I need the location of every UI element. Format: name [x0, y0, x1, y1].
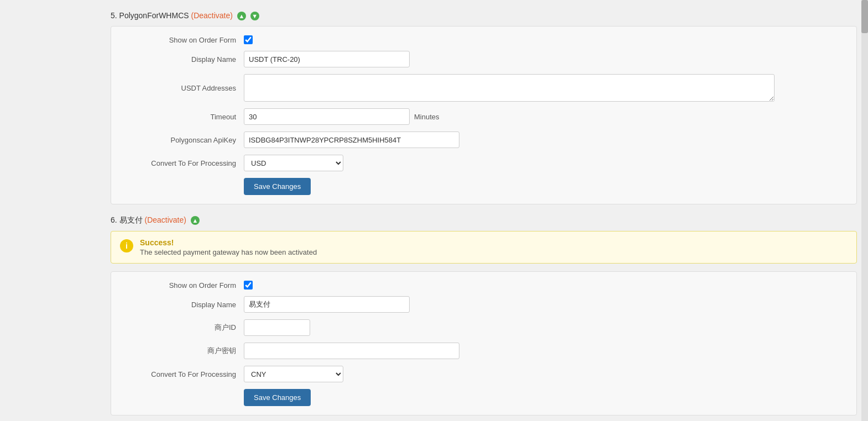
section6-merchant-key-row: 商户密钥	[122, 343, 845, 359]
scrollbar-track	[861, 0, 868, 421]
section5-timeout-unit: Minutes	[414, 113, 440, 121]
section6-display-name-label: Display Name	[122, 301, 244, 309]
section5-usdt-addresses-textarea[interactable]	[244, 74, 775, 102]
section5-usdt-addresses-label: USDT Addresses	[122, 84, 244, 92]
section5-show-on-order-label: Show on Order Form	[122, 36, 244, 44]
section5-display-name-row: Display Name	[122, 51, 845, 67]
success-title: Success!	[140, 238, 317, 247]
section5-show-on-order-row: Show on Order Form	[122, 35, 845, 44]
section5-usdt-addresses-row: USDT Addresses	[122, 74, 845, 102]
section6-btn-row: Save Changes	[244, 389, 845, 406]
success-banner: i Success! The selected payment gateway …	[111, 231, 857, 264]
section6-show-on-order-label: Show on Order Form	[122, 281, 244, 290]
section5-title: 5. PolygonForWHMCS (Deactivate) ▲ ▼	[111, 11, 857, 20]
section6-merchant-id-row: 商户ID	[122, 319, 845, 336]
main-content: 5. PolygonForWHMCS (Deactivate) ▲ ▼ Show…	[0, 0, 868, 421]
scrollbar-thumb[interactable]	[861, 0, 868, 33]
section5-convert-label: Convert To For Processing	[122, 159, 244, 167]
section6-merchant-id-label: 商户ID	[122, 323, 244, 333]
section5-timeout-label: Timeout	[122, 113, 244, 121]
section5-convert-select[interactable]: USD EUR GBP CNY	[244, 155, 343, 171]
section5-apikey-row: Polygonscan ApiKey	[122, 131, 845, 148]
section5-display-name-input[interactable]	[244, 51, 410, 67]
section6-display-name-input[interactable]	[244, 296, 410, 313]
section5-timeout-input[interactable]	[244, 108, 410, 125]
section6-show-on-order-row: Show on Order Form	[122, 281, 845, 290]
success-icon: i	[120, 239, 133, 252]
section5-up-icon[interactable]: ▲	[237, 12, 246, 20]
section5-down-icon[interactable]: ▼	[250, 12, 259, 20]
section6-deactivate-label[interactable]: (Deactivate)	[144, 215, 186, 224]
section6-convert-label: Convert To For Processing	[122, 370, 244, 378]
section6-title: 6. 易支付 (Deactivate) ▲	[111, 215, 857, 225]
section6-panel: Show on Order Form Display Name 商户ID 商户密…	[111, 271, 857, 415]
section6-merchant-key-label: 商户密钥	[122, 346, 244, 356]
section5-display-name-label: Display Name	[122, 55, 244, 64]
section5-timeout-row: Timeout Minutes	[122, 108, 845, 125]
section5-panel: Show on Order Form Display Name USDT Add…	[111, 26, 857, 204]
section5-save-button[interactable]: Save Changes	[244, 178, 311, 195]
section6-convert-row: Convert To For Processing CNY USD EUR GB…	[122, 366, 845, 382]
success-text: Success! The selected payment gateway ha…	[140, 238, 317, 256]
section5-deactivate-label[interactable]: (Deactivate)	[191, 11, 232, 20]
section6-display-name-row: Display Name	[122, 296, 845, 313]
section5-btn-row: Save Changes	[244, 178, 845, 195]
section6-up-icon[interactable]: ▲	[191, 216, 200, 225]
section5-show-on-order-checkbox[interactable]	[244, 35, 253, 44]
section5-convert-row: Convert To For Processing USD EUR GBP CN…	[122, 155, 845, 171]
section5-apikey-label: Polygonscan ApiKey	[122, 136, 244, 144]
section6-merchant-id-input[interactable]	[244, 319, 310, 336]
section6-show-on-order-checkbox[interactable]	[244, 281, 253, 290]
section5-apikey-input[interactable]	[244, 131, 459, 148]
section6-convert-select[interactable]: CNY USD EUR GBP	[244, 366, 343, 382]
success-body: The selected payment gateway has now bee…	[140, 248, 317, 256]
section6-merchant-key-input[interactable]	[244, 343, 459, 359]
section6-save-button[interactable]: Save Changes	[244, 389, 311, 406]
